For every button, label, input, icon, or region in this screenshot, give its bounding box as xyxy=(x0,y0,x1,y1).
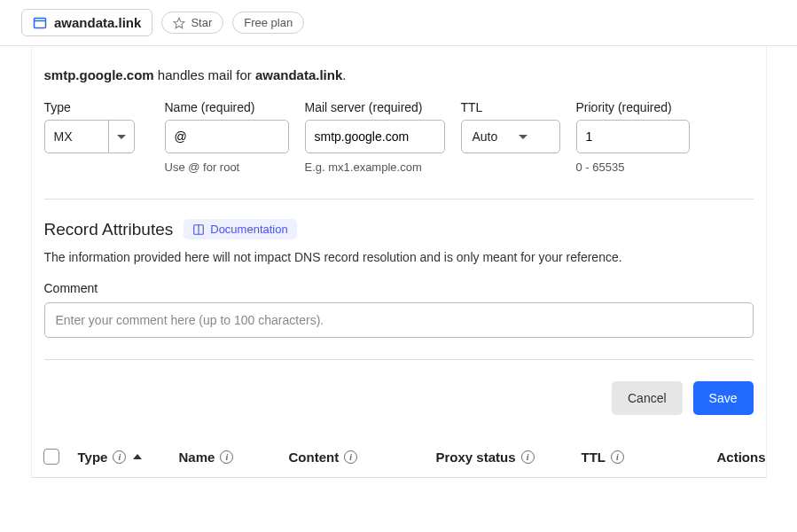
mailserver-input[interactable] xyxy=(305,120,445,153)
plan-label: Free plan xyxy=(244,16,293,29)
col-ttl[interactable]: TTL i xyxy=(582,450,679,465)
record-summary: smtp.google.com handles mail for awandat… xyxy=(44,67,754,100)
type-label: Type xyxy=(44,100,149,114)
mailserver-label: Mail server (required) xyxy=(305,100,445,114)
svg-marker-2 xyxy=(175,18,185,28)
summary-server: smtp.google.com xyxy=(44,67,154,82)
field-ttl: TTL Auto xyxy=(461,100,560,174)
info-icon: i xyxy=(611,450,624,464)
main-card: smtp.google.com handles mail for awandat… xyxy=(31,46,767,478)
info-icon: i xyxy=(344,450,357,464)
type-dropdown-toggle[interactable] xyxy=(108,120,135,153)
book-icon xyxy=(192,223,205,236)
plan-pill[interactable]: Free plan xyxy=(232,12,304,34)
documentation-label: Documentation xyxy=(210,223,287,236)
ttl-label: TTL xyxy=(461,100,560,114)
select-all-checkbox[interactable] xyxy=(43,449,59,465)
priority-help: 0 - 65535 xyxy=(576,160,690,174)
top-bar: awandata.link Star Free plan xyxy=(0,0,797,46)
sort-asc-icon xyxy=(133,454,142,459)
col-name[interactable]: Name i xyxy=(179,450,282,465)
record-fields-row: Type MX Name (required) Use @ for root M… xyxy=(44,100,754,199)
info-icon: i xyxy=(220,450,233,464)
field-priority: Priority (required) 0 - 65535 xyxy=(576,100,690,174)
mailserver-help: E.g. mx1.example.com xyxy=(305,160,445,174)
record-attributes-section: Record Attributes Documentation The info… xyxy=(44,200,754,359)
field-mailserver: Mail server (required) E.g. mx1.example.… xyxy=(305,100,445,174)
attributes-title: Record Attributes xyxy=(44,220,174,239)
form-actions: Cancel Save xyxy=(44,360,754,436)
col-type[interactable]: Type i xyxy=(78,450,172,465)
site-name: awandata.link xyxy=(54,15,141,30)
comment-input[interactable] xyxy=(44,302,754,338)
field-name: Name (required) Use @ for root xyxy=(165,100,289,174)
col-proxy-status[interactable]: Proxy status i xyxy=(436,450,574,465)
type-select[interactable]: MX xyxy=(44,120,149,153)
ttl-select[interactable]: Auto xyxy=(461,120,560,153)
attributes-desc: The information provided here will not i… xyxy=(44,248,754,267)
documentation-link[interactable]: Documentation xyxy=(184,219,296,239)
records-table-header: Type i Name i Content i Proxy status i T… xyxy=(32,436,766,477)
name-label: Name (required) xyxy=(165,100,289,114)
star-button[interactable]: Star xyxy=(161,12,223,34)
svg-rect-0 xyxy=(35,18,46,27)
ttl-value: Auto xyxy=(473,129,498,144)
name-input[interactable] xyxy=(165,120,289,153)
chevron-down-icon xyxy=(117,135,126,139)
site-pill[interactable]: awandata.link xyxy=(21,9,152,36)
name-help: Use @ for root xyxy=(165,160,289,174)
comment-label: Comment xyxy=(44,281,754,295)
info-icon: i xyxy=(113,450,126,464)
star-label: Star xyxy=(191,16,212,29)
summary-domain: awandata.link xyxy=(255,67,342,82)
priority-input[interactable] xyxy=(576,120,690,153)
col-content[interactable]: Content i xyxy=(289,450,429,465)
save-button[interactable]: Save xyxy=(693,381,754,415)
priority-label: Priority (required) xyxy=(576,100,690,114)
type-value: MX xyxy=(44,120,108,153)
divider xyxy=(32,477,766,478)
chevron-down-icon xyxy=(519,135,527,139)
col-actions: Actions xyxy=(686,450,766,465)
window-icon xyxy=(33,16,47,30)
star-icon xyxy=(173,17,185,29)
info-icon: i xyxy=(521,450,535,464)
field-type: Type MX xyxy=(44,100,149,174)
cancel-button[interactable]: Cancel xyxy=(612,381,683,415)
